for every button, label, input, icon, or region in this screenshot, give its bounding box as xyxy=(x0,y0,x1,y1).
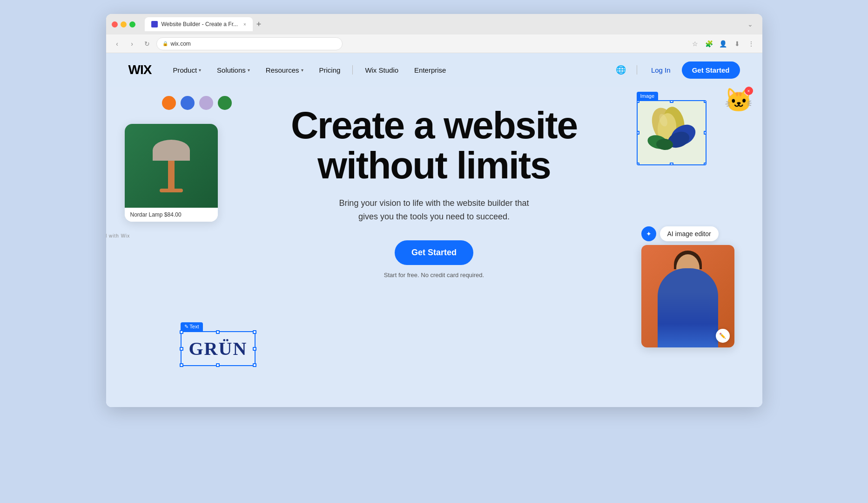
maximize-button[interactable] xyxy=(129,21,135,27)
lamp-base xyxy=(160,189,183,192)
download-icon[interactable]: ⬇ xyxy=(732,38,743,49)
window-control-arrow[interactable]: ⌄ xyxy=(747,20,753,28)
swatch-lavender xyxy=(199,96,213,110)
ai-label-text: AI image editor xyxy=(660,226,719,241)
address-bar[interactable]: 🔒 wix.com xyxy=(156,37,343,50)
sticker-close-button[interactable]: × xyxy=(745,87,753,95)
swatch-orange xyxy=(162,96,176,110)
browser-tab[interactable]: Website Builder - Create a Fr... × xyxy=(145,17,253,31)
nav-item-pricing[interactable]: Pricing xyxy=(313,62,347,78)
nav-item-enterprise[interactable]: Enterprise xyxy=(408,62,452,78)
nav-item-wix-studio[interactable]: Wix Studio xyxy=(358,62,405,78)
close-button[interactable] xyxy=(112,21,118,27)
lamp-product-label: Nordar Lamp $84.00 xyxy=(125,208,218,222)
lamp-stem xyxy=(168,161,175,189)
image-selection-widget[interactable]: Image xyxy=(637,91,707,165)
nav-links: Product ▾ Solutions ▾ Resources ▾ Pricin… xyxy=(166,62,613,78)
reload-button[interactable]: ↻ xyxy=(141,38,153,49)
handle-bl xyxy=(180,363,183,367)
browser-titlebar: Website Builder - Create a Fr... × + ⌄ xyxy=(106,14,762,34)
lamp-image xyxy=(125,124,218,208)
handle-tr xyxy=(253,330,256,334)
color-swatches xyxy=(162,96,232,110)
ai-editor-panel: ✦ AI image editor ✏️ xyxy=(641,226,734,347)
back-button[interactable]: ‹ xyxy=(112,38,123,49)
hero-title: Create a website without limits xyxy=(291,105,577,185)
wix-navbar: WIX Product ▾ Solutions ▾ Resources ▾ Pr… xyxy=(106,53,762,87)
hero-content: Create a website without limits Bring yo… xyxy=(291,105,577,279)
browser-toolbar: ‹ › ↻ 🔒 wix.com ☆ 🧩 👤 ⬇ ⋮ xyxy=(106,34,762,53)
handle-br xyxy=(253,363,256,367)
image-widget-tag: Image xyxy=(637,92,659,100)
handle-bm xyxy=(216,363,220,367)
url-text: wix.com xyxy=(171,41,191,47)
wix-page: WIX Product ▾ Solutions ▾ Resources ▾ Pr… xyxy=(106,53,762,407)
tab-favicon xyxy=(151,21,158,27)
login-button[interactable]: Log In xyxy=(646,62,676,78)
nav-get-started-button[interactable]: Get Started xyxy=(682,61,740,79)
bookmark-icon[interactable]: ☆ xyxy=(690,38,701,49)
hero-section: Created with Wix Nordar Lamp $84.00 xyxy=(106,87,762,385)
handle-tl xyxy=(180,330,183,334)
lamp-head xyxy=(153,140,190,161)
extensions-icon[interactable]: 🧩 xyxy=(704,38,715,49)
ai-icon: ✦ xyxy=(641,226,656,241)
fabric-image xyxy=(639,102,704,163)
account-icon[interactable]: 👤 xyxy=(718,38,729,49)
language-selector[interactable]: 🌐 xyxy=(613,62,628,77)
image-widget-border xyxy=(637,100,707,165)
lamp-product-card: Nordar Lamp $84.00 xyxy=(125,124,218,222)
swatch-green xyxy=(218,96,232,110)
traffic-lights xyxy=(112,21,135,27)
solutions-chevron-icon: ▾ xyxy=(248,68,250,73)
handle-tm xyxy=(216,330,220,334)
tab-bar: Website Builder - Create a Fr... × + xyxy=(145,17,744,31)
nav-item-solutions[interactable]: Solutions ▾ xyxy=(210,62,256,78)
menu-icon[interactable]: ⋮ xyxy=(746,38,757,49)
resources-chevron-icon: ▾ xyxy=(301,68,303,73)
nav-item-resources[interactable]: Resources ▾ xyxy=(259,62,310,78)
nav-actions: 🌐 Log In Get Started xyxy=(613,61,740,79)
text-widget-border: GRÜN xyxy=(181,331,256,366)
text-widget-tag: ✎ Text xyxy=(181,322,203,331)
tab-close-icon[interactable]: × xyxy=(243,22,246,27)
nav-divider-2 xyxy=(637,65,637,75)
ai-label-row: ✦ AI image editor xyxy=(641,226,734,241)
wix-logo[interactable]: WIX xyxy=(128,62,152,77)
toolbar-actions: ☆ 🧩 👤 ⬇ ⋮ xyxy=(690,38,757,49)
handle-ml xyxy=(180,347,183,351)
text-editor-widget[interactable]: ✎ Text GRÜN xyxy=(181,322,256,366)
ai-photo-panel: ✏️ xyxy=(641,245,734,347)
minimize-button[interactable] xyxy=(121,21,127,27)
wix-watermark: Created with Wix xyxy=(106,233,130,238)
lamp-shape xyxy=(153,140,190,192)
nav-item-product[interactable]: Product ▾ xyxy=(166,62,208,78)
hero-get-started-button[interactable]: Get Started xyxy=(395,240,473,265)
hero-subtitle: Bring your vision to life with the websi… xyxy=(291,197,577,224)
person-body xyxy=(658,268,718,347)
gruen-brand-text: GRÜN xyxy=(189,338,248,360)
new-tab-button[interactable]: + xyxy=(255,20,263,29)
swatch-blue xyxy=(181,96,195,110)
product-chevron-icon: ▾ xyxy=(199,68,201,73)
cat-sticker: 🐱 × xyxy=(724,87,753,114)
nav-divider xyxy=(352,65,353,75)
edit-pencil-button[interactable]: ✏️ xyxy=(716,329,730,343)
tab-title: Website Builder - Create a Fr... xyxy=(161,21,238,27)
hero-disclaimer: Start for free. No credit card required. xyxy=(291,272,577,279)
handle-mr xyxy=(253,347,256,351)
forward-button[interactable]: › xyxy=(127,38,138,49)
lock-icon: 🔒 xyxy=(162,41,168,46)
